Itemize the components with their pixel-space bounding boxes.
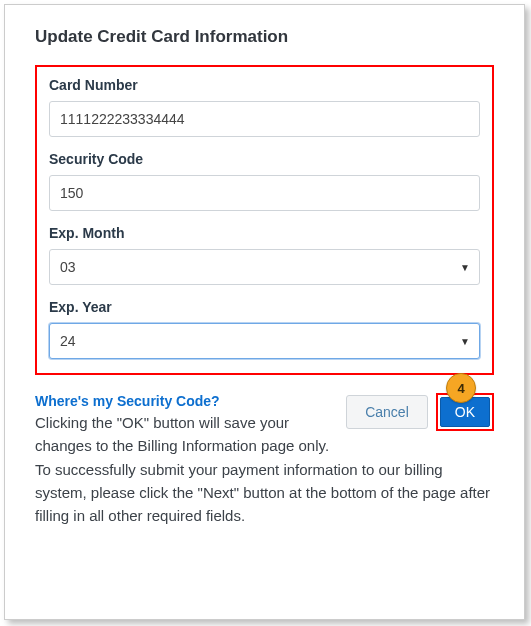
exp-year-select[interactable]: 24 (49, 323, 480, 359)
cancel-button[interactable]: Cancel (346, 395, 428, 429)
security-code-field: Security Code (49, 151, 480, 211)
security-code-input[interactable] (49, 175, 480, 211)
dialog-title: Update Credit Card Information (35, 27, 494, 47)
step-badge: 4 (446, 373, 476, 403)
exp-month-select-wrap: 03 ▼ (49, 249, 480, 285)
dialog-footer: 4 Cancel OK Where's my Security Code? Cl… (35, 393, 494, 527)
card-number-input[interactable] (49, 101, 480, 137)
exp-year-label: Exp. Year (49, 299, 480, 315)
exp-month-field: Exp. Month 03 ▼ (49, 225, 480, 285)
card-number-label: Card Number (49, 77, 480, 93)
exp-year-field: Exp. Year 24 ▼ (49, 299, 480, 359)
exp-month-label: Exp. Month (49, 225, 480, 241)
security-code-label: Security Code (49, 151, 480, 167)
button-row: Cancel OK (346, 393, 494, 431)
card-number-field: Card Number (49, 77, 480, 137)
update-card-dialog: Update Credit Card Information Card Numb… (4, 4, 525, 620)
exp-month-select[interactable]: 03 (49, 249, 480, 285)
form-highlight-box: Card Number Security Code Exp. Month 03 … (35, 65, 494, 375)
exp-year-select-wrap: 24 ▼ (49, 323, 480, 359)
